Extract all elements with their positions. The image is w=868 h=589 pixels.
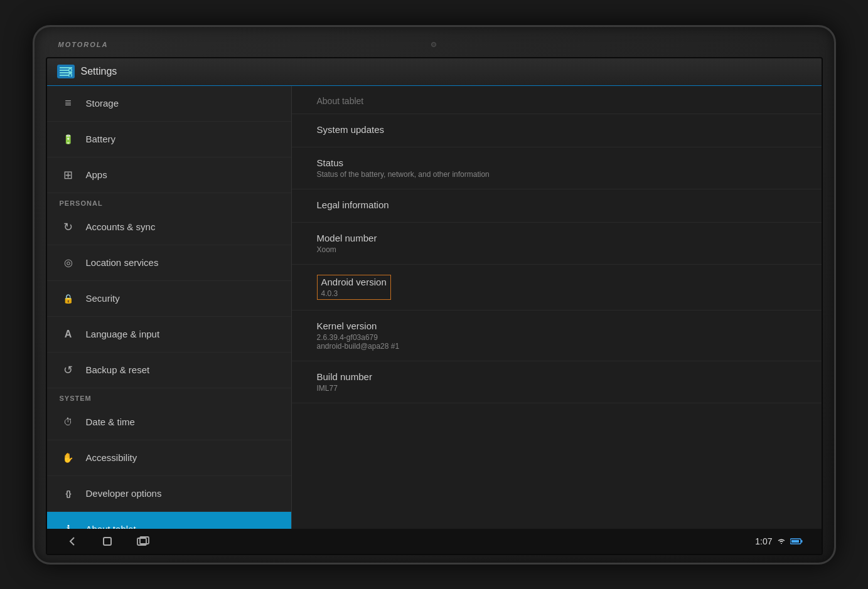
storage-icon (60, 95, 77, 112)
battery-icon (790, 538, 803, 545)
tablet-frame: MOTOROLA Settings (33, 25, 836, 565)
tablet-top-bar: MOTOROLA (46, 34, 823, 55)
wifi-icon (776, 538, 786, 545)
sidebar-label-accounts-sync: Accounts & sync (86, 221, 156, 232)
sidebar-item-accessibility[interactable]: Accessibility (47, 440, 291, 476)
sidebar-label-accessibility: Accessibility (86, 452, 137, 463)
about-icon (60, 521, 77, 529)
back-button[interactable] (66, 535, 78, 548)
sync-icon (60, 218, 77, 236)
title-bar: Settings (47, 58, 822, 86)
detail-subtitle-status: Status of the battery, network, and othe… (317, 170, 796, 179)
sidebar-item-location-services[interactable]: Location services (47, 245, 291, 281)
sidebar-item-apps[interactable]: Apps (47, 157, 291, 193)
apps-icon (60, 166, 77, 184)
android-version-box: Android version 4.0.3 (317, 275, 391, 300)
screen: Settings Storage Battery Apps (46, 57, 823, 555)
sidebar-label-developer-options: Developer options (86, 488, 162, 499)
sidebar-item-backup-reset[interactable]: Backup & reset (47, 353, 291, 388)
battery-icon (60, 130, 77, 148)
svg-rect-10 (791, 540, 799, 543)
developer-icon (60, 485, 77, 502)
detail-item-legal-information[interactable]: Legal information (292, 189, 822, 223)
sidebar-label-language-input: Language & input (86, 329, 160, 339)
page-title: Settings (81, 66, 117, 77)
main-section-title: About tablet (292, 86, 822, 114)
location-icon (60, 254, 77, 272)
detail-title-system-updates: System updates (317, 124, 796, 135)
sidebar-label-security: Security (86, 293, 120, 304)
detail-title-build-number: Build number (317, 371, 796, 382)
sidebar-item-security[interactable]: Security (47, 281, 291, 317)
status-bar: 1:07 (755, 536, 802, 546)
sidebar-label-about-tablet: About tablet (86, 524, 136, 529)
detail-item-android-version[interactable]: Android version 4.0.3 (292, 265, 822, 310)
svg-rect-0 (60, 67, 72, 68)
sidebar-label-storage: Storage (86, 98, 119, 109)
detail-item-model-number[interactable]: Model number Xoom (292, 223, 822, 265)
sidebar-item-language-input[interactable]: Language & input (47, 317, 291, 353)
sidebar-item-developer-options[interactable]: Developer options (47, 476, 291, 512)
camera (431, 42, 436, 47)
home-button[interactable] (101, 535, 114, 548)
sidebar-label-battery: Battery (86, 134, 116, 144)
svg-point-4 (68, 69, 72, 72)
section-personal: PERSONAL (47, 193, 291, 210)
sidebar-label-backup-reset: Backup & reset (86, 364, 150, 375)
main-content: About tablet System updates Status Statu… (292, 86, 822, 529)
svg-rect-2 (60, 72, 72, 73)
svg-rect-6 (104, 538, 111, 545)
settings-app-icon (57, 65, 75, 78)
sidebar-item-accounts-sync[interactable]: Accounts & sync (47, 210, 291, 245)
detail-title-model-number: Model number (317, 233, 796, 243)
detail-subtitle-kernel-version: 2.6.39.4-gf03a679android-build@apa28 #1 (317, 333, 796, 351)
sidebar-item-date-time[interactable]: Date & time (47, 405, 291, 440)
detail-title-legal: Legal information (317, 199, 796, 210)
detail-title-android-version: Android version (321, 277, 387, 287)
detail-subtitle-model-number: Xoom (317, 245, 796, 254)
sidebar-label-apps: Apps (86, 169, 107, 180)
detail-title-kernel-version: Kernel version (317, 321, 796, 331)
svg-rect-11 (801, 540, 802, 543)
svg-rect-1 (60, 70, 68, 71)
time-display: 1:07 (755, 536, 772, 546)
detail-item-kernel-version[interactable]: Kernel version 2.6.39.4-gf03a679android-… (292, 310, 822, 361)
nav-buttons (66, 535, 150, 548)
detail-subtitle-build-number: IML77 (317, 384, 796, 393)
content-area: Storage Battery Apps PERSONAL Accounts &… (47, 86, 822, 529)
sidebar-item-storage[interactable]: Storage (47, 86, 291, 122)
language-icon (60, 326, 77, 343)
security-icon (60, 290, 77, 307)
accessibility-icon (60, 449, 77, 467)
sidebar-label-date-time: Date & time (86, 417, 135, 427)
recents-button[interactable] (136, 535, 150, 548)
backup-icon (60, 361, 77, 379)
detail-item-build-number[interactable]: Build number IML77 (292, 361, 822, 403)
section-system: SYSTEM (47, 388, 291, 405)
detail-title-status: Status (317, 157, 796, 168)
sidebar-label-location-services: Location services (86, 257, 159, 268)
svg-point-5 (68, 74, 72, 77)
svg-rect-3 (60, 75, 68, 76)
datetime-icon (60, 413, 77, 431)
bottom-nav: 1:07 (47, 529, 822, 554)
brand-logo: MOTOROLA (58, 41, 109, 48)
detail-item-status[interactable]: Status Status of the battery, network, a… (292, 147, 822, 189)
sidebar-item-battery[interactable]: Battery (47, 122, 291, 157)
sidebar: Storage Battery Apps PERSONAL Accounts &… (47, 86, 292, 529)
detail-item-system-updates[interactable]: System updates (292, 114, 822, 147)
detail-subtitle-android-version: 4.0.3 (321, 289, 387, 298)
sidebar-item-about-tablet[interactable]: About tablet (47, 512, 291, 529)
